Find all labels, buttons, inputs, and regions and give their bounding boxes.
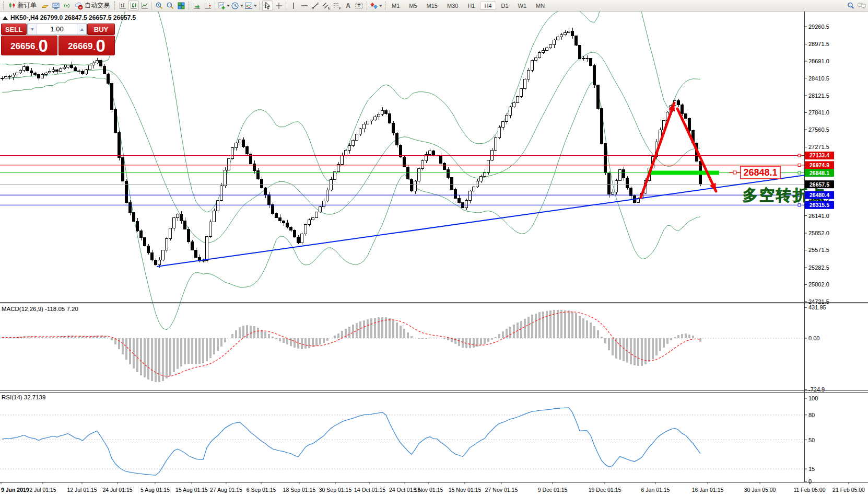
- add-indicator-button[interactable]: [217, 1, 230, 10]
- buy-price-button[interactable]: 26669.0: [58, 36, 115, 55]
- text-label-tool-button[interactable]: T: [354, 1, 365, 10]
- svg-text:11 Feb 05:00: 11 Feb 05:00: [793, 487, 825, 493]
- autotrading-button[interactable]: 自动交易: [72, 1, 112, 10]
- svg-text:29260.5: 29260.5: [808, 24, 829, 30]
- text-tool-button[interactable]: A: [343, 1, 354, 10]
- svg-text:26848.1: 26848.1: [743, 167, 777, 178]
- chevron-down-icon: [379, 5, 382, 7]
- autotrading-label: 自动交易: [85, 1, 110, 10]
- chart-shift-button[interactable]: [202, 1, 213, 10]
- vertical-line-tool-button[interactable]: [288, 1, 299, 10]
- svg-text:6 Sep 01:15: 6 Sep 01:15: [247, 487, 276, 493]
- svg-text:5 Nov 01:15: 5 Nov 01:15: [414, 487, 443, 493]
- svg-text:431.95: 431.95: [808, 304, 826, 310]
- zoom-in-button[interactable]: [154, 1, 165, 10]
- cursor-tool-button[interactable]: [262, 1, 273, 10]
- svg-text:80: 80: [808, 412, 815, 418]
- line-chart-button[interactable]: [139, 1, 150, 10]
- buy-button[interactable]: BUY: [87, 24, 115, 35]
- toolbar-separator: [286, 2, 286, 10]
- toolbar-grip[interactable]: [260, 2, 260, 10]
- template-button[interactable]: [244, 1, 257, 10]
- timeframe-button-MN[interactable]: MN: [532, 2, 549, 10]
- chevron-down-icon: [227, 5, 230, 7]
- arrows-tool-button[interactable]: [369, 1, 383, 10]
- volume-increase-button[interactable]: [77, 24, 86, 34]
- add-indicator-icon: [217, 2, 226, 10]
- timeframe-button-M15[interactable]: M15: [423, 2, 442, 10]
- svg-text:26974.9: 26974.9: [810, 162, 829, 168]
- toolbar-grip[interactable]: [385, 2, 385, 10]
- timeframe-button-M5[interactable]: M5: [405, 2, 421, 10]
- svg-text:25002.0: 25002.0: [808, 281, 829, 287]
- candlestick-chart-button[interactable]: [128, 1, 139, 10]
- buy-price-dot: .: [93, 41, 95, 54]
- svg-text:27560.5: 27560.5: [808, 126, 829, 133]
- svg-text:27 Aug 01:15: 27 Aug 01:15: [210, 487, 242, 493]
- market-watch-button[interactable]: [39, 1, 50, 10]
- toolbar-grip[interactable]: [3, 2, 4, 10]
- chart-area[interactable]: 26848.1多空转折点29260.528971.528691.028410.5…: [0, 0, 868, 495]
- svg-text:19 Dec 01:15: 19 Dec 01:15: [589, 487, 621, 493]
- collapse-arrow-icon[interactable]: [3, 16, 8, 20]
- signal-icon: [63, 2, 71, 10]
- zoom-out-button[interactable]: [165, 1, 175, 10]
- chat-button[interactable]: [856, 1, 867, 10]
- bar-chart-button[interactable]: [117, 1, 128, 10]
- svg-text:21 Feb 05:00: 21 Feb 05:00: [832, 487, 865, 493]
- svg-text:28971.5: 28971.5: [808, 41, 829, 47]
- channel-icon: E: [322, 2, 331, 10]
- svg-text:27841.0: 27841.0: [808, 109, 829, 116]
- triangle-up-icon: [80, 28, 84, 31]
- chevron-down-icon: [240, 5, 243, 7]
- one-click-trading-panel: SELL 1.00 BUY 26656.0 26669.0: [1, 24, 115, 55]
- timeframe-button-M1[interactable]: M1: [388, 2, 404, 10]
- svg-text:28410.5: 28410.5: [808, 75, 829, 82]
- svg-text:30 Jan 05:00: 30 Jan 05:00: [744, 487, 776, 493]
- line-chart-icon: [140, 2, 149, 10]
- toolbar-separator: [151, 2, 152, 10]
- sell-button[interactable]: SELL: [1, 24, 27, 35]
- svg-text:27271.5: 27271.5: [808, 144, 829, 150]
- svg-text:2 Jul 01:15: 2 Jul 01:15: [29, 487, 56, 493]
- volume-decrease-button[interactable]: [28, 24, 37, 34]
- svg-text:15 Nov 01:15: 15 Nov 01:15: [449, 487, 482, 493]
- svg-text:100: 100: [808, 395, 818, 401]
- svg-text:30 Sep 01:15: 30 Sep 01:15: [319, 487, 352, 493]
- toolbar-grip[interactable]: [367, 2, 367, 10]
- tile-windows-button[interactable]: [175, 1, 186, 10]
- timeframe-button-H4[interactable]: H4: [480, 2, 496, 10]
- toolbar-grip[interactable]: [114, 2, 115, 10]
- svg-text:26480.4: 26480.4: [810, 192, 829, 198]
- horizontal-line-tool-button[interactable]: [299, 1, 310, 10]
- signals-button[interactable]: [61, 1, 72, 10]
- zoom-in-icon: [155, 2, 163, 10]
- svg-text:9 Jun 2019: 9 Jun 2019: [1, 487, 29, 493]
- auto-scroll-button[interactable]: [191, 1, 202, 10]
- search-button[interactable]: [845, 1, 856, 10]
- svg-text:0.00: 0.00: [808, 335, 819, 341]
- period-button[interactable]: [230, 1, 244, 10]
- label-icon: T: [355, 2, 363, 10]
- tile-windows-icon: [177, 2, 185, 10]
- sell-price-button[interactable]: 26656.0: [1, 36, 57, 55]
- trendline-tool-button[interactable]: [310, 1, 321, 10]
- timeframe-button-W1[interactable]: W1: [514, 2, 531, 10]
- gold-icon: [41, 2, 49, 10]
- svg-text:F: F: [339, 6, 342, 9]
- toolbar-grip[interactable]: [189, 2, 189, 10]
- timeframe-button-D1[interactable]: D1: [497, 2, 513, 10]
- svg-text:5 Aug 01:15: 5 Aug 01:15: [140, 487, 170, 493]
- timeframe-button-M30[interactable]: M30: [443, 2, 462, 10]
- fibonacci-tool-button[interactable]: F: [332, 1, 343, 10]
- equidistant-channel-tool-button[interactable]: E: [321, 1, 332, 10]
- crosshair-tool-button[interactable]: [273, 1, 284, 10]
- svg-text:15: 15: [808, 466, 815, 472]
- svg-text:28121.5: 28121.5: [808, 93, 829, 99]
- svg-text:RSI(14) 32.7139: RSI(14) 32.7139: [2, 394, 45, 400]
- volume-value[interactable]: 1.00: [37, 24, 77, 34]
- timeframe-button-H1[interactable]: H1: [463, 2, 479, 10]
- new-order-button[interactable]: 新订单: [6, 1, 39, 10]
- terminal-button[interactable]: [50, 1, 61, 10]
- search-icon: [847, 2, 855, 10]
